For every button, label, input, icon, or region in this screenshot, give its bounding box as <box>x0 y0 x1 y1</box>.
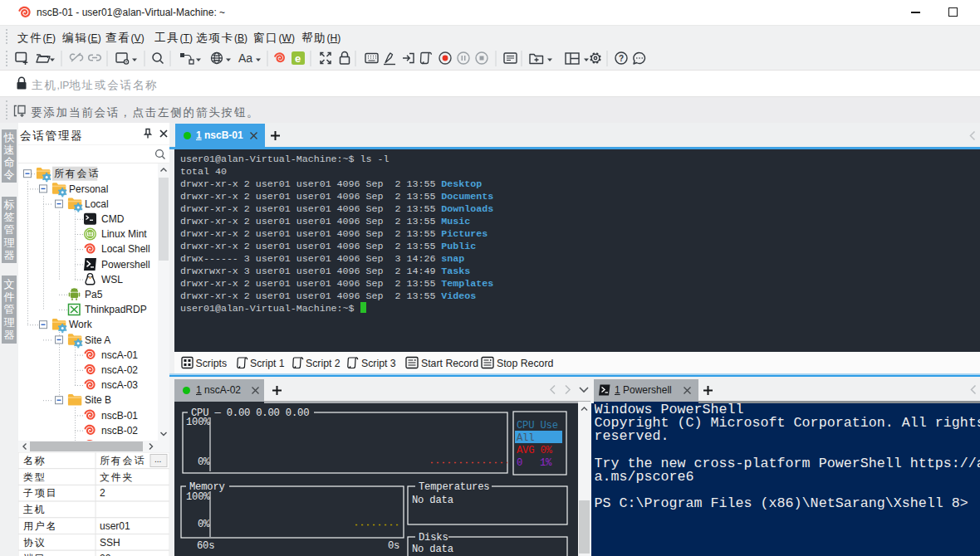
svg-text:60s: 60s <box>197 540 214 552</box>
svg-text:Scripts: Scripts <box>196 358 228 369</box>
svg-text:ThinkpadRDP: ThinkpadRDP <box>85 304 147 315</box>
svg-text:CPU Use: CPU Use <box>517 420 558 432</box>
svg-text:nscB-02: nscB-02 <box>101 425 138 437</box>
svg-text:Linux Mint: Linux Mint <box>101 228 147 240</box>
svg-text:Stop Record: Stop Record <box>497 358 554 369</box>
svg-text:端口: 端口 <box>23 553 47 556</box>
svg-text:e: e <box>295 52 301 65</box>
svg-text:Temperatures: Temperatures <box>419 481 489 493</box>
svg-text:文件夹: 文件夹 <box>100 471 134 483</box>
svg-text:Disks: Disks <box>419 532 448 544</box>
svg-text:所有会话: 所有会话 <box>54 168 100 179</box>
svg-text:名称: 名称 <box>23 455 47 466</box>
svg-text:100%: 100% <box>186 417 210 428</box>
svg-text:0: 0 <box>517 457 522 469</box>
svg-text:?: ? <box>619 54 624 63</box>
svg-text:All: All <box>517 432 534 444</box>
svg-text:子项目: 子项目 <box>23 487 57 499</box>
svg-text:Pa5: Pa5 <box>85 289 103 300</box>
svg-text:用户名: 用户名 <box>23 520 57 532</box>
svg-text:Personal: Personal <box>69 183 108 195</box>
svg-text:Script 3: Script 3 <box>361 358 396 369</box>
svg-text:0%: 0% <box>198 519 210 530</box>
svg-text:Local Shell: Local Shell <box>101 243 150 255</box>
svg-text:所有会话: 所有会话 <box>100 455 145 466</box>
svg-text:类型: 类型 <box>23 471 47 483</box>
svg-text:Site B: Site B <box>85 394 111 406</box>
svg-text:Local: Local <box>85 198 109 210</box>
svg-text:主机: 主机 <box>23 504 47 515</box>
svg-text:Script 1: Script 1 <box>250 358 285 369</box>
svg-text:Powershell: Powershell <box>101 259 150 271</box>
svg-text:CMD: CMD <box>101 213 125 225</box>
svg-text:Work: Work <box>69 319 93 330</box>
svg-text:No data: No data <box>412 544 453 555</box>
svg-text:user01: user01 <box>100 520 130 532</box>
svg-text:AVG 0%: AVG 0% <box>517 445 553 456</box>
svg-text:nscA-01: nscA-01 <box>101 349 138 361</box>
svg-text:nscB-01: nscB-01 <box>101 410 138 422</box>
svg-text:协议: 协议 <box>23 537 47 549</box>
svg-text:nscA-02: nscA-02 <box>101 364 138 376</box>
svg-text:22: 22 <box>100 553 111 556</box>
svg-text:0%: 0% <box>198 456 210 468</box>
svg-text:2: 2 <box>100 487 105 499</box>
svg-text:Site A: Site A <box>85 334 110 346</box>
svg-text:...: ... <box>154 455 161 464</box>
svg-text:1%: 1% <box>540 457 552 469</box>
svg-text:Script 2: Script 2 <box>306 358 341 369</box>
svg-text:Aa: Aa <box>238 51 252 65</box>
svg-text:WSL: WSL <box>101 274 123 285</box>
svg-text:SSH: SSH <box>100 537 120 549</box>
svg-text:0s: 0s <box>388 540 399 552</box>
svg-text:Start Record: Start Record <box>421 358 478 369</box>
svg-text:No data: No data <box>412 495 453 506</box>
svg-text:nscA-03: nscA-03 <box>101 379 138 391</box>
svg-text:100%: 100% <box>186 491 210 503</box>
